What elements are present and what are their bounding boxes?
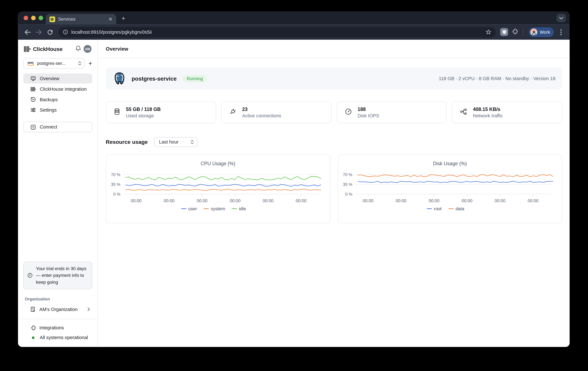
x-tick-label: 00:00 xyxy=(197,199,208,203)
plug-icon xyxy=(230,108,236,116)
sidebar-item-settings[interactable]: Settings xyxy=(23,105,92,115)
stat-value: 55 GB / 118 GB xyxy=(126,106,161,112)
stat-value: 408.15 KB/s xyxy=(473,106,503,112)
extensions-puzzle-icon[interactable] xyxy=(510,29,519,35)
url-text[interactable]: localhost:8910/postgres/pgkybgnv0s5ii xyxy=(71,29,482,35)
system-status-link[interactable]: All systems operational xyxy=(23,333,92,342)
stat-label: Disk IOPS xyxy=(357,113,379,118)
overview-monitor-icon xyxy=(30,76,36,81)
aws-logo-icon: aws xyxy=(27,61,34,66)
page-topbar: Overview xyxy=(98,40,570,58)
clickhouse-bars-icon xyxy=(30,87,36,91)
sidebar-item-overview[interactable]: Overview xyxy=(23,73,92,83)
profile-name: Work xyxy=(540,29,550,35)
browser-tab-services[interactable]: Services ✕ xyxy=(46,14,116,24)
x-axis-labels: 00:0000:0000:0000:0000:0000:00 xyxy=(123,197,321,203)
service-selector-value: postgres-ser... xyxy=(37,61,75,66)
database-icon xyxy=(114,108,120,116)
stat-card-iops: 188Disk IOPS xyxy=(336,101,447,123)
legend-item[interactable]: root xyxy=(427,206,442,211)
connect-button[interactable]: Connect xyxy=(23,122,92,132)
back-button[interactable] xyxy=(22,27,32,37)
legend-item[interactable]: user xyxy=(181,206,197,211)
zoom-window-button[interactable] xyxy=(39,16,43,20)
close-window-button[interactable] xyxy=(24,16,28,20)
main-area: Overview postgres-service Running 118 GB… xyxy=(98,40,570,347)
notifications-bell-icon[interactable] xyxy=(75,45,81,53)
stat-cards: 55 GB / 118 GBUsed storage 23Active conn… xyxy=(106,101,562,123)
browser-menu-icon[interactable] xyxy=(557,29,565,35)
browser-profile-chip[interactable]: Work xyxy=(529,27,554,37)
sidebar-item-label: Backups xyxy=(40,97,58,102)
select-chevrons-icon xyxy=(78,61,81,66)
sidebar-item-backups[interactable]: Backups xyxy=(23,94,92,104)
site-info-icon[interactable] xyxy=(63,30,68,34)
sidebar-item-label: Overview xyxy=(40,76,59,81)
y-axis-labels: 70 %35 %0 % xyxy=(338,171,355,197)
legend-dash xyxy=(427,208,432,209)
brand-row: ClickHouse AM xyxy=(23,44,92,53)
clickhouse-logo-icon xyxy=(24,46,30,52)
user-avatar[interactable]: AM xyxy=(84,45,91,53)
series-line-data xyxy=(357,175,553,177)
sidebar-item-label: Settings xyxy=(40,107,57,112)
brand-name: ClickHouse xyxy=(33,46,73,52)
address-bar[interactable]: localhost:8910/postgres/pgkybgnv0s5ii xyxy=(58,27,496,37)
forward-button[interactable] xyxy=(34,27,43,37)
trial-notice: Your trial ends in 30 days — enter payme… xyxy=(23,261,92,289)
organization-switcher[interactable]: AM's Organization xyxy=(23,304,92,314)
organization-section-label: Organization xyxy=(23,297,92,301)
bookmark-star-icon[interactable] xyxy=(486,29,491,35)
new-tab-button[interactable]: + xyxy=(121,15,125,22)
y-axis-labels: 70 %35 %0 % xyxy=(106,171,123,197)
legend-item[interactable]: data xyxy=(448,206,464,211)
browser-toolbar: localhost:8910/postgres/pgkybgnv0s5ii Wo… xyxy=(18,24,570,40)
series-line-system xyxy=(126,189,321,191)
status-green-dot xyxy=(32,336,34,339)
service-selector[interactable]: aws postgres-ser... xyxy=(23,58,85,69)
integrations-link[interactable]: Integrations xyxy=(23,323,92,333)
x-tick-label: 00:00 xyxy=(230,199,241,203)
screen: Services ✕ + localhost:8910 xyxy=(0,0,588,371)
profile-avatar xyxy=(530,28,537,36)
integrations-label: Integrations xyxy=(39,325,64,331)
chart-title: CPU Usage (%) xyxy=(106,161,330,166)
legend-dash xyxy=(232,208,237,209)
page-content: postgres-service Running 118 GB · 2 vCPU… xyxy=(98,58,570,223)
legend-dash xyxy=(448,208,454,209)
organization-building-icon xyxy=(30,307,36,312)
toolbar-divider xyxy=(523,29,524,35)
stat-label: Active connections xyxy=(242,113,281,118)
resource-usage-heading: Resource usage xyxy=(106,139,148,145)
adblock-shield-icon[interactable] xyxy=(500,28,508,36)
time-range-value: Last hour xyxy=(159,139,190,145)
sidebar-item-clickhouse-integration[interactable]: ClickHouse integration xyxy=(23,84,92,94)
stat-card-storage: 55 GB / 118 GBUsed storage xyxy=(106,101,216,123)
tab-search-chevron-icon[interactable] xyxy=(556,14,566,22)
minimize-window-button[interactable] xyxy=(31,16,36,20)
stat-card-connections: 23Active connections xyxy=(221,101,331,123)
reload-button[interactable] xyxy=(45,27,55,37)
legend-item[interactable]: idle xyxy=(232,206,246,211)
chart-legend: user system idle xyxy=(106,206,321,211)
page-title: Overview xyxy=(106,46,128,51)
series-line-idle xyxy=(126,176,321,180)
disk-usage-chart-card: Disk Usage (%) 70 %35 %0 % 00:0000:0000:… xyxy=(338,154,562,223)
postgres-elephant-icon xyxy=(113,71,127,86)
add-service-button[interactable]: + xyxy=(89,60,92,67)
x-tick-label: 00:00 xyxy=(296,199,307,203)
x-tick-label: 00:00 xyxy=(131,199,142,203)
x-tick-label: 00:00 xyxy=(528,199,538,203)
x-tick-label: 00:00 xyxy=(396,199,407,203)
time-range-select[interactable]: Last hour xyxy=(154,137,198,147)
browser-window: Services ✕ + localhost:8910 xyxy=(18,12,570,347)
x-axis-labels: 00:0000:0000:0000:0000:0000:00 xyxy=(355,197,553,203)
trial-notice-text: Your trial ends in 30 days — enter payme… xyxy=(36,265,88,286)
settings-sliders-icon xyxy=(30,107,36,113)
cpu-usage-chart-card: CPU Usage (%) 70 %35 %0 % 00:0000:0000:0… xyxy=(106,154,330,223)
legend-item[interactable]: system xyxy=(204,206,225,211)
backup-history-icon xyxy=(30,97,36,102)
x-tick-label: 00:00 xyxy=(363,199,374,203)
series-line-root xyxy=(357,181,553,183)
tab-close-icon[interactable]: ✕ xyxy=(108,17,113,21)
